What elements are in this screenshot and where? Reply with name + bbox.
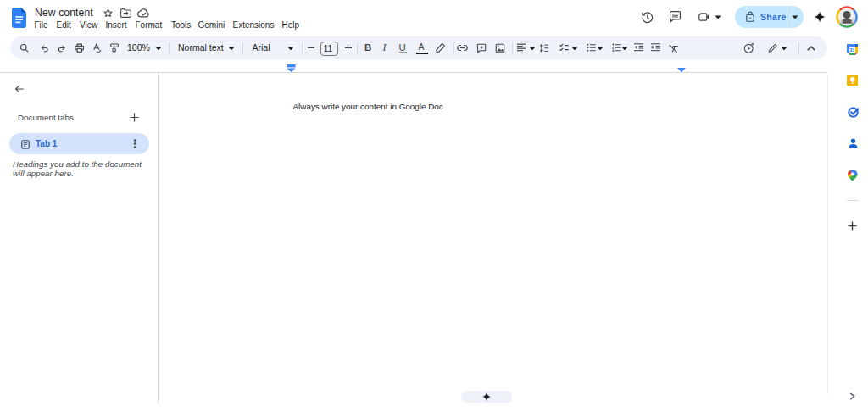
svg-text:31: 31 <box>849 47 854 52</box>
